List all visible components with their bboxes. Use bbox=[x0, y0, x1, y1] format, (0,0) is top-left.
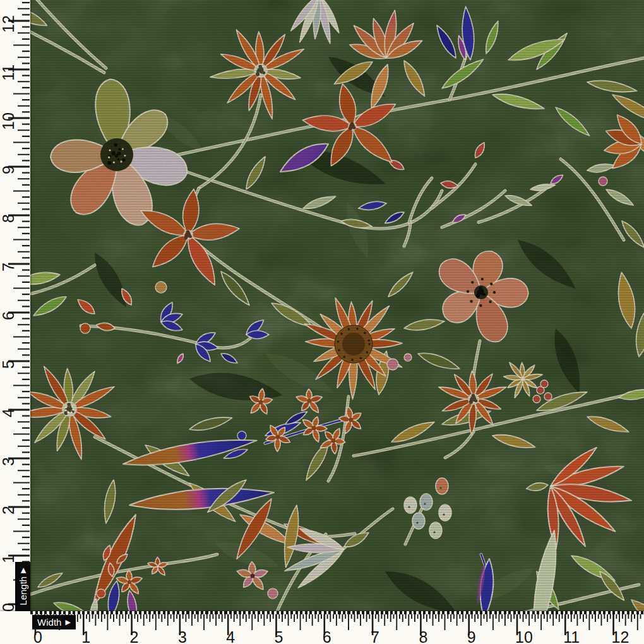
length-ruler-number: 6 bbox=[0, 307, 16, 324]
width-ruler-number: 10 bbox=[515, 628, 533, 644]
fabric-edge-dashed-line bbox=[30, 611, 644, 614]
length-ruler-number: 5 bbox=[0, 356, 16, 373]
length-label: Length ▶ bbox=[15, 562, 30, 611]
width-label-text: Width bbox=[37, 617, 61, 628]
width-ruler-number: 6 bbox=[323, 628, 331, 644]
width-ruler-number: 4 bbox=[226, 628, 235, 644]
length-ruler-number: 11 bbox=[0, 64, 16, 81]
length-ruler-number: 1 bbox=[0, 551, 16, 567]
length-ruler: Length ▶ 0123456789101112 bbox=[0, 0, 30, 611]
right-arrow-icon: ▶ bbox=[65, 619, 70, 626]
width-ruler: Width ▶ inch 0123456789101112 bbox=[0, 611, 644, 644]
length-ruler-number: 9 bbox=[0, 162, 16, 178]
length-ruler-number: 8 bbox=[0, 210, 16, 227]
up-arrow-icon: ▶ bbox=[20, 568, 27, 573]
length-label-text: Length bbox=[18, 576, 28, 605]
width-ruler-number: 12 bbox=[612, 628, 629, 644]
length-ruler-number: 4 bbox=[0, 405, 16, 421]
length-ruler-number: 3 bbox=[0, 453, 16, 470]
width-ruler-number: 11 bbox=[563, 628, 580, 644]
fabric-swatch-photo: Length ▶ 0123456789101112 Width ▶ inch 0… bbox=[0, 0, 644, 644]
fabric-print bbox=[0, 0, 644, 644]
width-ruler-number: 2 bbox=[130, 628, 139, 644]
width-ruler-number: 0 bbox=[33, 628, 42, 644]
width-label: Width ▶ bbox=[32, 615, 76, 629]
width-ruler-number: 1 bbox=[81, 628, 90, 644]
length-ruler-number: 10 bbox=[0, 113, 16, 129]
width-ruler-number: 3 bbox=[178, 628, 187, 644]
width-ruler-number: 7 bbox=[371, 628, 379, 644]
width-ruler-number: 5 bbox=[275, 628, 283, 644]
length-ruler-number: 7 bbox=[0, 259, 16, 275]
width-ruler-number: 8 bbox=[419, 628, 427, 644]
width-ruler-number: 9 bbox=[467, 628, 476, 644]
length-ruler-number: 12 bbox=[0, 16, 16, 32]
length-ruler-number: 2 bbox=[0, 502, 16, 518]
